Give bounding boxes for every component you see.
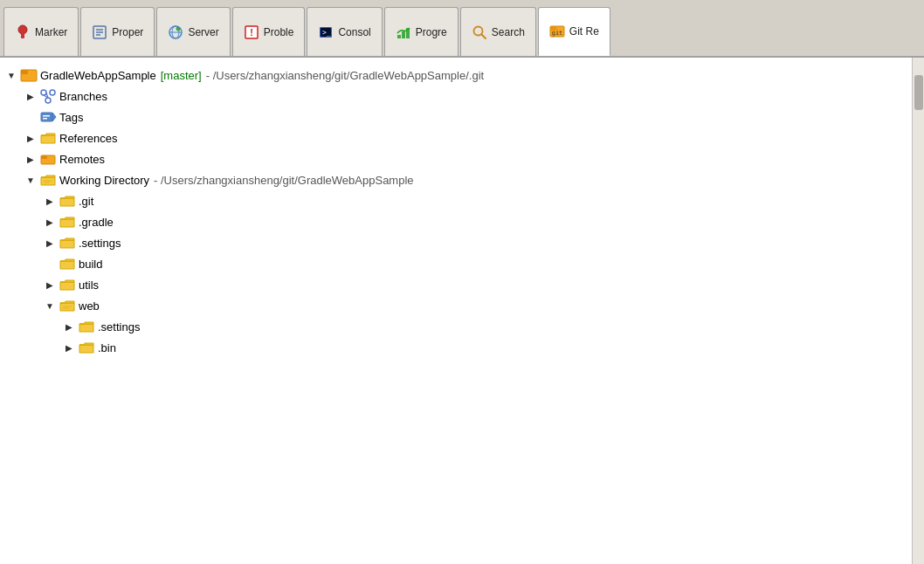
root-branch: [master] <box>161 69 202 82</box>
tree-git-folder[interactable]: .git <box>0 190 912 211</box>
tags-icon <box>39 108 57 126</box>
tree-gradle-folder[interactable]: .gradle <box>0 211 912 232</box>
svg-point-26 <box>50 90 55 95</box>
svg-rect-24 <box>21 70 28 74</box>
svg-rect-30 <box>41 113 52 121</box>
svg-rect-16 <box>402 31 405 38</box>
svg-rect-35 <box>41 155 47 159</box>
tab-server[interactable]: Server <box>156 7 230 56</box>
tree-branches[interactable]: Branches <box>0 86 912 107</box>
tab-proble[interactable]: ! Proble <box>232 7 306 56</box>
references-folder-icon <box>39 129 57 147</box>
git-folder-label: .git <box>79 195 93 208</box>
branches-icon <box>39 87 57 105</box>
app-window: Marker Proper <box>0 0 924 564</box>
utils-folder-icon <box>59 276 76 293</box>
svg-point-9 <box>176 27 180 31</box>
utils-folder-toggle[interactable] <box>44 279 56 291</box>
tree-working-dir[interactable]: Working Directory - /Users/zhangxianshen… <box>0 169 912 190</box>
tab-git-re-label: Git Re <box>569 25 599 38</box>
server-icon <box>168 24 183 40</box>
references-toggle[interactable] <box>24 132 37 144</box>
tab-consol[interactable]: >_ Consol <box>307 7 382 56</box>
tree-build-folder[interactable]: build <box>0 253 912 274</box>
web-settings-toggle[interactable] <box>63 320 75 333</box>
web-bin-toggle[interactable] <box>63 341 75 354</box>
tab-progre[interactable]: Progre <box>384 7 459 56</box>
tab-bar: Marker Proper <box>0 0 924 58</box>
root-path: - /Users/zhangxiansheng/git/GradleWebApp… <box>206 69 484 82</box>
working-dir-toggle[interactable] <box>24 174 37 186</box>
branches-toggle[interactable] <box>24 90 37 102</box>
tree-settings-folder[interactable]: .settings <box>0 232 912 253</box>
tab-proble-label: Proble <box>264 26 294 38</box>
web-settings-folder-icon <box>78 318 95 335</box>
settings-folder-toggle[interactable] <box>44 237 56 249</box>
tab-proper[interactable]: Proper <box>80 7 155 56</box>
remotes-toggle[interactable] <box>24 153 37 165</box>
tab-marker-label: Marker <box>35 26 67 38</box>
tree-web-bin-folder[interactable]: .bin <box>0 337 912 358</box>
tab-search-label: Search <box>492 26 525 38</box>
scrollbar-thumb[interactable] <box>914 75 923 110</box>
svg-text:git: git <box>552 30 563 37</box>
svg-point-0 <box>18 25 27 34</box>
web-bin-folder-icon <box>78 339 95 356</box>
svg-rect-15 <box>397 35 401 38</box>
git-folder-icon <box>59 192 76 210</box>
remotes-label: Remotes <box>59 153 105 166</box>
tree-root[interactable]: GradleWebAppSample [master] - /Users/zha… <box>0 65 912 86</box>
tree-tags[interactable]: Tags <box>0 107 912 127</box>
svg-rect-1 <box>21 33 24 38</box>
tags-label: Tags <box>59 111 83 124</box>
web-bin-label: .bin <box>98 341 116 354</box>
svg-text:!: ! <box>250 27 253 38</box>
references-label: References <box>59 132 117 145</box>
svg-rect-33 <box>43 118 47 120</box>
settings-folder-label: .settings <box>79 237 121 250</box>
scrollbar[interactable] <box>912 58 924 564</box>
svg-point-27 <box>45 98 51 103</box>
gradle-folder-icon <box>59 213 76 230</box>
tree-utils-folder[interactable]: utils <box>0 274 912 295</box>
working-dir-label: Working Directory <box>59 174 149 187</box>
svg-marker-31 <box>52 113 56 121</box>
root-toggle[interactable] <box>5 69 17 81</box>
tree-panel[interactable]: GradleWebAppSample [master] - /Users/zha… <box>0 58 912 564</box>
svg-rect-32 <box>43 115 50 117</box>
svg-text:>_: >_ <box>322 29 331 37</box>
gradle-folder-label: .gradle <box>79 216 114 229</box>
utils-folder-label: utils <box>79 279 99 292</box>
build-folder-label: build <box>79 258 102 271</box>
working-dir-folder-icon <box>39 171 57 189</box>
main-content: GradleWebAppSample [master] - /Users/zha… <box>0 58 924 564</box>
web-folder-toggle[interactable] <box>44 299 56 312</box>
git-folder-toggle[interactable] <box>44 195 56 207</box>
working-dir-path: - /Users/zhangxiansheng/git/GradleWebApp… <box>154 174 413 187</box>
tab-marker[interactable]: Marker <box>3 7 79 56</box>
svg-point-25 <box>41 90 46 95</box>
tree-web-settings-folder[interactable]: .settings <box>0 316 912 337</box>
tree-remotes[interactable]: Remotes <box>0 148 912 169</box>
gradle-folder-toggle[interactable] <box>44 216 56 228</box>
web-settings-label: .settings <box>98 320 140 334</box>
branches-label: Branches <box>59 90 107 103</box>
search-icon <box>472 24 487 40</box>
web-folder-label: web <box>79 299 100 313</box>
tree-web-folder[interactable]: web <box>0 295 912 316</box>
tab-git-re[interactable]: git Git Re <box>538 7 610 56</box>
git-re-icon: git <box>549 24 565 39</box>
tab-proper-label: Proper <box>112 26 143 38</box>
settings-folder-icon <box>59 234 76 251</box>
remotes-icon <box>39 150 57 168</box>
tab-consol-label: Consol <box>338 26 370 38</box>
tab-server-label: Server <box>188 26 218 38</box>
tree-references[interactable]: References <box>0 127 912 148</box>
root-git-icon <box>20 66 38 84</box>
marker-icon <box>15 24 31 40</box>
root-label: GradleWebAppSample <box>40 69 156 82</box>
tab-progre-label: Progre <box>416 26 447 38</box>
tab-search[interactable]: Search <box>460 7 536 56</box>
web-folder-icon <box>59 297 76 314</box>
consol-icon: >_ <box>318 24 334 40</box>
